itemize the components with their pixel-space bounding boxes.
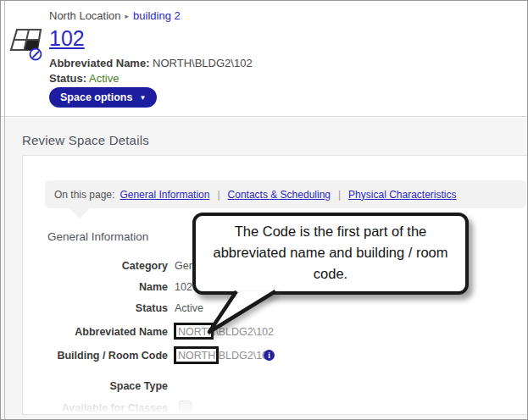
space-details-screen: North Location▸building 2 102 Abbreviate…	[0, 0, 528, 420]
status-line: Status: Active	[49, 72, 119, 85]
name-value: 102	[175, 281, 192, 293]
space-grid-icon	[7, 25, 46, 68]
status-row-value: Active	[175, 302, 203, 314]
link-physical-characteristics[interactable]: Physical Characteristics	[348, 189, 456, 201]
on-this-page-label: On this page:	[54, 189, 114, 201]
space-header: North Location▸building 2 102 Abbreviate…	[1, 1, 528, 117]
space-type-label: Space Type	[47, 380, 168, 392]
status-row-label: Status	[47, 302, 168, 314]
link-general-information[interactable]: General Information	[119, 189, 209, 201]
link-separator: |	[338, 189, 341, 201]
callout-bubble: The Code is the first part of the abbrev…	[192, 213, 469, 295]
space-options-label: Space options	[60, 91, 132, 103]
link-contacts-scheduling[interactable]: Contacts & Scheduling	[228, 189, 331, 201]
section-title: Review Space Details	[22, 133, 149, 147]
space-options-button[interactable]: Space options ▼	[49, 87, 157, 108]
breadcrumb-parent: North Location	[49, 9, 121, 22]
abbreviated-name-value: NORTH\BLDG2\102	[153, 57, 253, 69]
callout-text: The Code is the first part of the abbrev…	[196, 216, 465, 284]
breadcrumb-separator-icon: ▸	[125, 12, 130, 20]
info-icon[interactable]: i	[264, 350, 275, 361]
general-information-heading: General Information	[47, 230, 148, 243]
space-title-link[interactable]: 102	[49, 27, 85, 49]
on-this-page-bar-tail	[69, 207, 91, 218]
available-for-classes-checkbox[interactable]	[179, 401, 192, 413]
name-label: Name	[47, 281, 168, 293]
abbreviated-name-label: Abbreviated Name:	[49, 57, 149, 69]
status-label: Status:	[49, 72, 86, 85]
callout-bubble-tail	[203, 290, 287, 339]
available-for-classes-label: Available for Classes	[47, 402, 168, 414]
breadcrumb: North Location▸building 2	[49, 9, 181, 22]
link-separator: |	[217, 189, 220, 201]
abbreviated-name-row-label: Abbreviated Name	[47, 326, 168, 338]
status-value: Active	[89, 72, 119, 85]
window-edge-line	[4, 1, 5, 419]
on-this-page-bar: On this page: General Information | Cont…	[45, 180, 526, 208]
chevron-down-icon: ▼	[139, 94, 146, 102]
breadcrumb-current-link[interactable]: building 2	[133, 9, 181, 22]
category-label: Category	[47, 260, 168, 272]
annotation-box-building-room-code	[174, 346, 219, 364]
abbreviated-name-line: Abbreviated Name: NORTH\BLDG2\102	[49, 57, 253, 69]
building-room-code-label: Building / Room Code	[47, 350, 168, 362]
